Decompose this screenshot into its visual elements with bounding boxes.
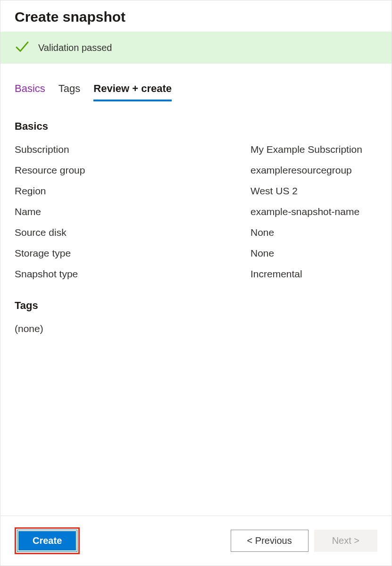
tags-none-text: (none) — [15, 323, 377, 334]
field-resource-group: Resource group exampleresourcegroup — [15, 165, 377, 176]
field-label: Resource group — [15, 165, 250, 176]
field-value: My Example Subscription — [250, 144, 362, 155]
validation-banner: Validation passed — [0, 32, 392, 64]
tab-review-create[interactable]: Review + create — [93, 83, 172, 101]
validation-message: Validation passed — [38, 42, 112, 53]
field-subscription: Subscription My Example Subscription — [15, 144, 377, 155]
page-title: Create snapshot — [15, 9, 377, 25]
field-label: Source disk — [15, 227, 250, 238]
field-value: example-snapshot-name — [250, 206, 359, 217]
tab-tags[interactable]: Tags — [58, 83, 80, 101]
checkmark-icon — [15, 39, 30, 56]
create-button[interactable]: Create — [17, 530, 77, 551]
field-label: Region — [15, 185, 250, 197]
tags-heading: Tags — [15, 300, 377, 312]
field-value: Incremental — [250, 268, 302, 280]
field-snapshot-type: Snapshot type Incremental — [15, 268, 377, 280]
field-label: Snapshot type — [15, 268, 250, 280]
tabs: Basics Tags Review + create — [15, 83, 377, 101]
field-name: Name example-snapshot-name — [15, 206, 377, 217]
field-label: Storage type — [15, 248, 250, 259]
basics-section: Basics Subscription My Example Subscript… — [15, 120, 377, 280]
basics-heading: Basics — [15, 120, 377, 133]
tags-section: Tags (none) — [15, 300, 377, 334]
field-label: Name — [15, 206, 250, 217]
field-value: West US 2 — [250, 185, 298, 197]
field-storage-type: Storage type None — [15, 248, 377, 259]
field-value: None — [250, 248, 274, 259]
field-label: Subscription — [15, 144, 250, 155]
field-region: Region West US 2 — [15, 185, 377, 197]
field-value: None — [250, 227, 274, 238]
previous-button[interactable]: < Previous — [231, 530, 309, 552]
field-value: exampleresourcegroup — [250, 165, 352, 176]
tab-basics[interactable]: Basics — [15, 83, 45, 101]
footer: Create < Previous Next > — [0, 516, 392, 566]
field-source-disk: Source disk None — [15, 227, 377, 238]
next-button: Next > — [314, 530, 377, 552]
create-button-highlight: Create — [15, 527, 80, 554]
